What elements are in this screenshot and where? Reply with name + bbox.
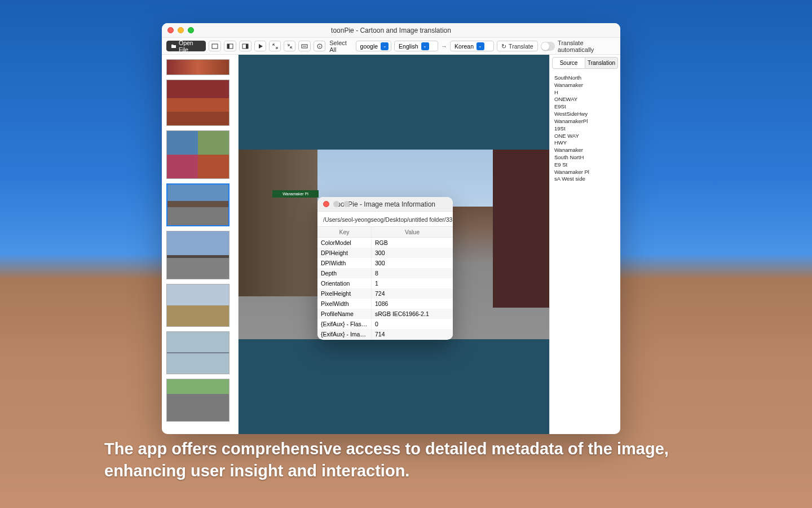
tab-translation[interactable]: Translation	[585, 57, 618, 69]
chevron-down-icon: ⌄	[381, 42, 389, 50]
ocr-line: Wanamaker	[554, 82, 616, 89]
street-sign: Wanamaker Pl	[272, 190, 319, 198]
expand-in-button[interactable]	[284, 41, 295, 51]
open-file-button[interactable]: Open File	[166, 41, 206, 51]
arrow-right-icon: →	[441, 43, 447, 50]
thumbnail-item[interactable]	[166, 379, 230, 422]
thumbnail-item[interactable]	[166, 231, 230, 279]
ocr-line: WestSideHwy	[554, 111, 616, 118]
thumbnail-item[interactable]	[166, 80, 230, 126]
meta-value: 8	[372, 268, 453, 278]
meta-row[interactable]: PixelHeight724	[317, 288, 453, 299]
thumbnail-item[interactable]	[166, 331, 230, 374]
ocr-line: sA West side	[554, 176, 616, 183]
fit-width-button[interactable]	[298, 41, 311, 51]
svg-rect-4	[246, 44, 248, 49]
ocr-line: H	[554, 89, 616, 97]
meta-file-path: /Users/seol-yeongseog/Desktop/untitled f…	[317, 212, 453, 226]
meta-key: {ExifAux} - Flash...	[317, 319, 372, 329]
meta-row[interactable]: {ExifAux} - Flash...0	[317, 319, 453, 329]
meta-table-header: Key Value	[317, 227, 453, 238]
meta-value: 300	[372, 258, 453, 268]
thumbnail-item[interactable]	[166, 284, 230, 327]
meta-titlebar: toonPie - Image meta Information	[317, 197, 453, 212]
meta-row[interactable]: ProfileNamesRGB IEC61966-2.1	[317, 309, 453, 319]
toolbar: Open File Select All google ⌄ English ⌄ …	[162, 38, 620, 55]
tab-source[interactable]: Source	[552, 57, 585, 69]
info-button[interactable]	[314, 41, 325, 51]
thumbnail-sidebar[interactable]	[162, 55, 239, 434]
panel-tabs: Source Translation	[550, 55, 620, 71]
meta-value: RGB	[372, 238, 453, 248]
meta-row[interactable]: Depth8	[317, 268, 453, 278]
header-key: Key	[317, 227, 372, 237]
meta-row[interactable]: PixelWidth1086	[317, 299, 453, 309]
select-all-label[interactable]: Select All	[329, 40, 352, 53]
chevron-down-icon: ⌄	[476, 42, 484, 50]
meta-row[interactable]: ColorModelRGB	[317, 238, 453, 248]
translate-button[interactable]: ↻ Translate	[497, 41, 537, 51]
meta-key: Depth	[317, 268, 372, 278]
ocr-line: HWY	[554, 139, 616, 147]
meta-row[interactable]: DPIHeight300	[317, 248, 453, 258]
meta-value: 724	[372, 288, 453, 299]
meta-value: 0	[372, 319, 453, 329]
meta-key: PixelWidth	[317, 299, 372, 309]
source-language-select[interactable]: English ⌄	[394, 41, 438, 51]
target-language-select[interactable]: Korean ⌄	[450, 41, 494, 51]
meta-table[interactable]: Key Value ColorModelRGBDPIHeight300DPIWi…	[317, 226, 453, 340]
meta-row[interactable]: Orientation1	[317, 278, 453, 288]
refresh-icon: ↻	[501, 43, 506, 50]
ocr-line: ONE WAY	[554, 133, 616, 140]
close-icon[interactable]	[167, 27, 174, 33]
main-window-title: toonPie - Cartoon and Image translation	[162, 27, 620, 34]
main-titlebar: toonPie - Cartoon and Image translation	[162, 23, 620, 38]
open-file-label: Open File	[179, 40, 201, 53]
provider-value: google	[360, 43, 378, 50]
meta-row[interactable]: {ExifAux} - Imag...714	[317, 329, 453, 339]
traffic-lights	[162, 27, 194, 33]
meta-key: DPIWidth	[317, 258, 372, 268]
folder-icon	[171, 43, 176, 49]
layout-full-button[interactable]	[209, 41, 221, 51]
svg-rect-0	[212, 44, 218, 49]
source-lang-value: English	[399, 43, 418, 50]
ocr-line: E9St	[554, 103, 616, 111]
zoom-icon	[343, 201, 350, 207]
layout-right-button[interactable]	[239, 41, 251, 51]
auto-translate-label: Translate automatically	[558, 40, 616, 53]
target-lang-value: Korean	[454, 43, 474, 50]
layout-left-button[interactable]	[224, 41, 236, 51]
chevron-down-icon: ⌄	[421, 42, 429, 50]
thumbnail-item[interactable]	[166, 183, 230, 226]
meta-value: 714	[372, 329, 453, 339]
close-icon[interactable]	[323, 201, 329, 207]
ocr-line: Wanamaker	[554, 147, 616, 154]
ocr-line: SouthNorth	[554, 75, 616, 82]
meta-value: 1086	[372, 299, 453, 309]
traffic-lights	[317, 201, 350, 207]
svg-rect-2	[227, 44, 230, 49]
minimize-icon	[333, 201, 339, 207]
ocr-line: 19St	[554, 125, 616, 133]
expand-out-button[interactable]	[269, 41, 281, 51]
thumbnail-item[interactable]	[166, 59, 230, 75]
meta-value: sRGB IEC61966-2.1	[372, 309, 453, 319]
provider-select[interactable]: google ⌄	[356, 41, 392, 51]
meta-row[interactable]: DPIWidth300	[317, 258, 453, 268]
play-button[interactable]	[254, 41, 266, 51]
thumbnail-item[interactable]	[166, 130, 230, 179]
zoom-icon[interactable]	[188, 27, 194, 33]
ocr-source-text: SouthNorthWanamakerHONEWAYE9StWestSideHw…	[550, 71, 620, 186]
header-value: Value	[372, 227, 453, 237]
right-panel: Source Translation SouthNorthWanamakerHO…	[549, 55, 620, 434]
meta-key: {ExifAux} - Imag...	[317, 329, 372, 339]
auto-translate-toggle[interactable]	[541, 42, 555, 51]
meta-key: ColorModel	[317, 238, 372, 248]
meta-key: Orientation	[317, 278, 372, 288]
meta-value: 300	[372, 248, 453, 258]
ocr-line: E9 St	[554, 161, 616, 169]
promo-caption: The app offers comprehensive access to d…	[104, 438, 708, 482]
meta-value: 1	[372, 278, 453, 288]
minimize-icon[interactable]	[178, 27, 184, 33]
